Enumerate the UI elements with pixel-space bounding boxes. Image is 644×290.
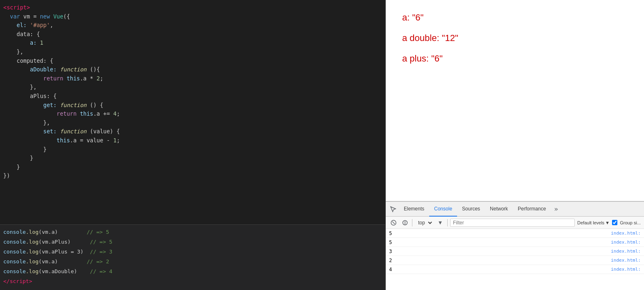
preview-value: a plus: "6" — [402, 53, 628, 64]
browser-preview: a: "6"a double: "12"a plus: "6" — [386, 0, 644, 201]
console-output-value: 5 — [389, 240, 611, 245]
console-output-value: 5 — [389, 231, 611, 236]
console-output-value: 4 — [389, 267, 611, 272]
console-output-row: 3index.html: — [386, 247, 644, 256]
devtools-tab-console[interactable]: Console — [429, 202, 457, 217]
console-filter-input[interactable] — [450, 219, 575, 227]
console-output-source[interactable]: index.html: — [611, 267, 641, 272]
code-line: aPlus: { — [0, 92, 385, 101]
group-similar-label: Group si... — [620, 220, 641, 225]
console-log-line: console.log(vm.aDouble) // => 4 — [3, 267, 382, 276]
code-main: <script> var vm = new Vue({ el: '#app', … — [0, 0, 385, 224]
code-line: return this.a += 4; — [0, 110, 385, 119]
console-output-source[interactable]: index.html: — [611, 249, 641, 254]
preserve-log-icon[interactable] — [401, 218, 410, 227]
inspect-element-icon[interactable] — [387, 203, 399, 215]
code-line: aDouble: function (){ — [0, 65, 385, 74]
devtools-more-tabs[interactable]: » — [551, 202, 562, 217]
code-line: }, — [0, 119, 385, 128]
devtools-panel: ElementsConsoleSourcesNetworkPerformance… — [386, 201, 644, 290]
code-editor: <script> var vm = new Vue({ el: '#app', … — [0, 0, 385, 290]
console-log-line: </script> — [3, 276, 382, 286]
console-output-row: 2index.html: — [386, 256, 644, 265]
code-line: computed: { — [0, 57, 385, 66]
code-line: } — [0, 163, 385, 172]
console-log-line: console.log(vm.aPlus) // => 5 — [3, 237, 382, 247]
group-similar-checkbox[interactable] — [612, 220, 617, 225]
console-log-area: console.log(vm.a) // => 5console.log(vm.… — [0, 224, 385, 290]
code-line: data: { — [0, 30, 385, 39]
console-output-row: 5index.html: — [386, 229, 644, 238]
code-line: }, — [0, 83, 385, 92]
default-levels-button[interactable]: Default levels ▼ — [577, 220, 610, 225]
console-output-row: 5index.html: — [386, 238, 644, 247]
console-output-source[interactable]: index.html: — [611, 231, 641, 236]
code-line: set: function (value) { — [0, 127, 385, 136]
console-output-value: 2 — [389, 258, 611, 263]
code-line: }, — [0, 48, 385, 57]
preview-value: a double: "12" — [402, 33, 628, 43]
svg-line-1 — [392, 221, 395, 224]
code-line: var vm = new Vue({ — [0, 12, 385, 21]
code-line: this.a = value - 1; — [0, 136, 385, 145]
clear-console-icon[interactable] — [389, 218, 398, 227]
toolbar-divider-2 — [447, 219, 448, 226]
console-log-line: console.log(vm.aPlus = 3) // => 3 — [3, 247, 382, 257]
devtools-tab-network[interactable]: Network — [485, 202, 513, 217]
devtools-tab-sources[interactable]: Sources — [457, 202, 485, 217]
console-output-row: 4index.html: — [386, 265, 644, 274]
code-line: a: 1 — [0, 39, 385, 48]
devtools-tab-elements[interactable]: Elements — [399, 202, 429, 217]
console-log-line: console.log(vm.a) // => 2 — [3, 257, 382, 267]
code-line: el: '#app', — [0, 21, 385, 30]
console-output-source[interactable]: index.html: — [611, 258, 641, 263]
devtools-toolbar: top ▼ Default levels ▼ Group si... — [386, 217, 644, 229]
devtools-tab-performance[interactable]: Performance — [513, 202, 551, 217]
code-line: }) — [0, 171, 385, 180]
code-line: } — [0, 154, 385, 163]
console-output-value: 3 — [389, 249, 611, 254]
code-line: return this.a * 2; — [0, 74, 385, 83]
console-log-line: console.log(vm.a) // => 5 — [3, 227, 382, 237]
console-output-source[interactable]: index.html: — [611, 240, 641, 245]
right-panel: a: "6"a double: "12"a plus: "6" Elements… — [385, 0, 644, 290]
code-line: <script> — [0, 3, 385, 12]
code-line: get: function () { — [0, 101, 385, 110]
context-dropdown-icon[interactable]: ▼ — [436, 218, 445, 227]
context-selector[interactable]: top — [415, 219, 433, 227]
code-line: } — [0, 145, 385, 154]
console-output: 5index.html:5index.html:3index.html:2ind… — [386, 229, 644, 290]
preview-value: a: "6" — [402, 12, 628, 23]
toolbar-divider — [412, 219, 412, 226]
devtools-tabs-bar: ElementsConsoleSourcesNetworkPerformance… — [386, 202, 644, 217]
